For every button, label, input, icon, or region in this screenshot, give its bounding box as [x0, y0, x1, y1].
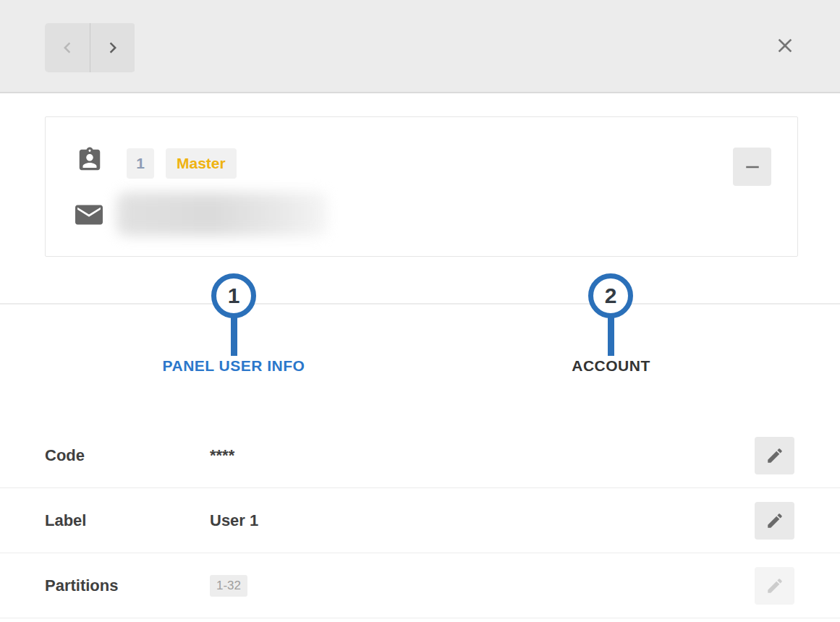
section-divider: [0, 303, 840, 304]
pencil-icon: [765, 511, 784, 530]
tab-account[interactable]: ACCOUNT: [423, 352, 799, 380]
field-row-partitions: Partitions 1-32: [0, 553, 840, 618]
panel-user-fields: Code **** Label User 1 Partitions 1-32: [0, 423, 840, 618]
user-badge-icon: [76, 146, 103, 174]
user-number-badge: 1: [127, 148, 154, 179]
remove-user-button[interactable]: [733, 148, 771, 186]
edit-label-button[interactable]: [755, 502, 794, 540]
close-icon: [773, 34, 797, 57]
code-value: ****: [210, 446, 234, 465]
user-pager: [45, 23, 135, 72]
callout-2: 2: [588, 273, 633, 318]
tab-panel-user-info[interactable]: PANEL USER INFO: [45, 352, 423, 380]
field-row-label: Label User 1: [0, 488, 840, 553]
dialog-header: [0, 0, 840, 93]
code-label: Code: [45, 446, 85, 465]
callout-1-number: 1: [211, 273, 256, 318]
field-row-code: Code ****: [0, 423, 840, 488]
user-summary-card: 1 Master: [45, 116, 798, 257]
next-user-button[interactable]: [90, 23, 135, 72]
pencil-icon: [765, 446, 784, 465]
callout-1-pointer: [231, 316, 237, 356]
close-button[interactable]: [771, 32, 799, 59]
callout-2-pointer: [608, 316, 614, 356]
callout-2-number: 2: [588, 273, 633, 318]
edit-code-button[interactable]: [755, 437, 794, 474]
previous-user-button[interactable]: [45, 23, 90, 72]
label-value: User 1: [210, 511, 258, 530]
user-role-badge: Master: [166, 148, 237, 179]
chevron-left-icon: [56, 37, 78, 59]
tab-bar: PANEL USER INFO ACCOUNT: [0, 347, 840, 405]
chevron-right-icon: [102, 37, 124, 59]
edit-partitions-button-disabled: [755, 567, 794, 605]
redacted-email: [116, 192, 328, 236]
partitions-label: Partitions: [45, 576, 118, 595]
label-label: Label: [45, 511, 86, 530]
mail-icon: [75, 205, 103, 227]
partitions-value-badge: 1-32: [210, 575, 247, 597]
panel-user-dialog: 1 Master 1 2 PANEL USER INFO ACCOUNT Cod…: [0, 0, 840, 622]
callout-1: 1: [211, 273, 256, 318]
pencil-icon: [765, 576, 784, 595]
minus-icon: [742, 156, 763, 178]
